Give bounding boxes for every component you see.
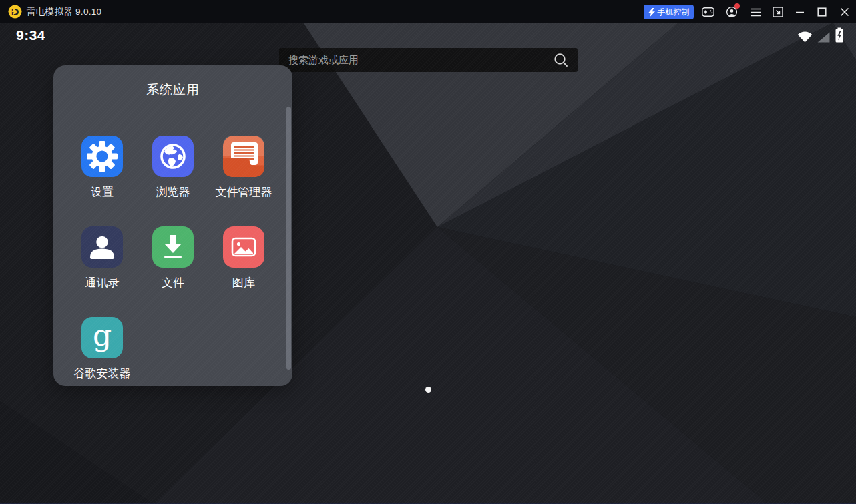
lightning-icon — [648, 8, 655, 17]
window-title: 雷电模拟器 9.0.10 — [27, 0, 101, 23]
app-label: 设置 — [67, 184, 138, 200]
app-google-installer[interactable]: g 谷歌安装器 — [67, 317, 138, 381]
system-apps-folder: 系统应用 — [53, 65, 292, 386]
search-placeholder: 搜索游戏或应用 — [288, 54, 554, 67]
phone-control-button[interactable]: 手机控制 — [644, 5, 694, 19]
account-avatar-icon[interactable] — [725, 5, 738, 19]
app-contacts[interactable]: 通讯录 — [67, 226, 138, 290]
window-titlebar: D 雷电模拟器 9.0.10 手机控制 — [0, 0, 856, 23]
app-file-manager[interactable]: 文件管理器 — [208, 136, 279, 200]
g-letter-icon: g — [81, 317, 123, 358]
search-icon[interactable] — [554, 53, 568, 67]
menu-icon[interactable] — [748, 5, 762, 19]
app-label: 浏览器 — [138, 184, 208, 200]
phone-control-label: 手机控制 — [658, 7, 690, 18]
maximize-button[interactable] — [815, 5, 829, 19]
gamepad-icon[interactable] — [701, 5, 714, 19]
status-clock: 9:34 — [16, 27, 45, 43]
svg-text:g: g — [93, 318, 112, 352]
app-files[interactable]: 文件 — [138, 226, 208, 290]
cellular-signal-icon — [817, 32, 830, 43]
folder-title: 系统应用 — [53, 81, 292, 99]
battery-charging-icon — [835, 27, 844, 43]
app-label: 谷歌安装器 — [67, 366, 138, 381]
person-icon — [81, 226, 123, 268]
globe-icon — [152, 136, 194, 177]
app-label: 通讯录 — [67, 275, 138, 290]
folder-scrollbar[interactable] — [286, 107, 291, 370]
app-label: 文件管理器 — [208, 184, 279, 200]
search-input[interactable]: 搜索游戏或应用 — [279, 48, 578, 72]
app-label: 图库 — [208, 275, 279, 290]
page-indicator-dot — [425, 387, 431, 393]
image-icon — [223, 226, 264, 268]
close-button[interactable] — [838, 5, 851, 19]
folder-icon — [223, 136, 264, 177]
app-settings[interactable]: 设置 — [67, 136, 138, 200]
app-browser[interactable]: 浏览器 — [138, 136, 208, 200]
app-gallery[interactable]: 图库 — [208, 226, 279, 290]
status-icons — [797, 27, 844, 43]
gear-icon — [81, 136, 123, 177]
android-home-screen: 9:34 搜索游戏或应用 系统应用 — [0, 23, 856, 504]
resize-window-icon[interactable] — [771, 5, 785, 19]
download-icon — [152, 226, 194, 268]
wifi-icon — [797, 31, 813, 43]
minimize-button[interactable] — [793, 5, 807, 19]
ldplayer-logo-icon: D — [8, 5, 22, 19]
notification-dot — [734, 3, 740, 9]
app-label: 文件 — [138, 275, 208, 290]
